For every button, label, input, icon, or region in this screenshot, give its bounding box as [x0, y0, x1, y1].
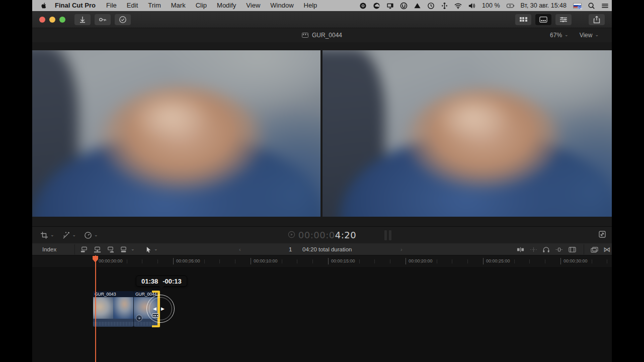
chevron-down-icon[interactable]: ⌄ [131, 243, 135, 255]
ruler-minor-tick [297, 259, 297, 263]
clip-film-icon [302, 33, 308, 38]
share-button[interactable] [589, 14, 605, 25]
menu-app-name[interactable]: Final Cut Pro [49, 0, 101, 11]
chevron-left-icon: ‹ [239, 246, 241, 252]
show-inspector-button[interactable] [555, 14, 572, 25]
trim-tool-toggle[interactable] [517, 243, 524, 255]
viewer-view-menu[interactable]: View ⌄ [580, 32, 599, 39]
clip-badge[interactable] [136, 315, 142, 321]
utorrent-icon[interactable] [397, 0, 411, 11]
record-circle-icon[interactable] [356, 0, 370, 11]
skimming-toggle[interactable] [530, 243, 537, 255]
ruler-minor-tick [390, 259, 390, 263]
toolbar-divider [584, 244, 584, 254]
viewer-zoom-menu[interactable]: 67% ⌄ [550, 32, 569, 39]
show-browser-button[interactable] [515, 14, 531, 25]
insert-edit-button[interactable] [94, 243, 101, 255]
connect-edit-icon [80, 246, 88, 253]
ruler-minor-tick [344, 259, 344, 263]
notification-center-icon[interactable] [598, 0, 612, 11]
show-timeline-button[interactable] [535, 14, 551, 25]
tooltip-duration: 01:38 [141, 278, 158, 285]
battery-percent[interactable]: 100 % [478, 0, 503, 11]
ruler-minor-tick [282, 259, 282, 263]
timeline-body[interactable]: GUR_0043 GUR_0044 [32, 267, 612, 362]
ruler-tick-label: 00:00:30:00 [564, 258, 588, 263]
download-arrow-icon [78, 16, 87, 24]
snapping-toggle[interactable] [569, 243, 576, 255]
playhead-pin[interactable] [93, 256, 98, 262]
tool-menu-button[interactable] [145, 243, 152, 255]
time-machine-icon[interactable] [424, 0, 438, 11]
tooltip-delta: -00:13 [163, 278, 182, 285]
chevron-down-icon[interactable]: ⌄ [154, 243, 158, 255]
timeline-clip-1[interactable]: GUR_0043 [93, 291, 133, 327]
clip-thumbnails [93, 297, 133, 319]
macos-menubar: Final Cut Pro FileEditTrimMarkClipModify… [32, 0, 612, 11]
ruler-tick-label: 00:00:15:00 [331, 258, 355, 263]
trim-icon [517, 246, 524, 253]
battery-icon[interactable] [504, 0, 517, 11]
ruler-tick-label: 00:00:20:00 [409, 258, 433, 263]
ruler-minor-tick [437, 259, 437, 263]
ruler-minor-tick [576, 259, 577, 263]
keyword-editor-button[interactable] [95, 14, 111, 25]
append-edit-button[interactable] [107, 243, 114, 255]
viewer-header: GUR_0044 67% ⌄ View ⌄ [32, 28, 612, 42]
trim-arrow-left-icon: ◀ [153, 306, 156, 311]
index-button[interactable]: Index [42, 243, 56, 255]
bowtie-button[interactable]: ⋈ [603, 243, 610, 255]
menu-clip[interactable]: Clip [191, 0, 212, 11]
spotlight-icon[interactable] [585, 0, 598, 11]
menu-help[interactable]: Help [299, 0, 323, 11]
audio-skimming-toggle[interactable] [542, 243, 550, 255]
timeline-history-button[interactable] [591, 243, 598, 255]
solo-toggle[interactable] [555, 243, 563, 255]
creative-cloud-icon[interactable] [370, 0, 383, 11]
next-sequence-button[interactable]: › [400, 243, 403, 255]
window-manager-icon[interactable] [438, 0, 451, 11]
apple-menu[interactable] [38, 2, 49, 10]
backup-triangle-icon[interactable] [411, 0, 424, 11]
menu-file[interactable]: File [101, 0, 122, 11]
ruler-major-tick [406, 258, 406, 264]
arrow-pointer-icon [145, 246, 152, 253]
ruler-tick-label: 00:00:00:00 [99, 258, 123, 263]
timecode-leading: 00:00:0 [298, 230, 335, 240]
timecode-display: 00:00:04:20 [32, 230, 612, 240]
previous-sequence-button[interactable]: ‹ [239, 243, 241, 255]
menu-trim[interactable]: Trim [143, 0, 166, 11]
close-window-button[interactable] [39, 17, 45, 23]
menu-mark[interactable]: Mark [166, 0, 191, 11]
overwrite-edit-button[interactable] [120, 243, 127, 255]
transport-bar: ⌄ ⌄ ⌄ 00:00:04:20 [32, 226, 612, 243]
viewer-clip-title: GUR_0044 [312, 32, 342, 39]
toolbar-divider [74, 244, 75, 254]
play-circle-icon [288, 230, 295, 240]
playhead-line[interactable] [95, 255, 96, 362]
background-tasks-button[interactable] [115, 14, 131, 25]
ruler-minor-tick [189, 259, 189, 263]
menu-window[interactable]: Window [265, 0, 298, 11]
zoom-window-button[interactable] [59, 17, 65, 23]
import-media-button[interactable] [74, 14, 91, 25]
wifi-icon[interactable] [451, 0, 465, 11]
menu-edit[interactable]: Edit [122, 0, 143, 11]
connect-edit-button[interactable] [80, 243, 88, 255]
trim-arrow-right-icon: ▶ [161, 306, 165, 311]
workspace-buttons [511, 14, 605, 25]
menu-items: FileEditTrimMarkClipModifyViewWindowHelp [101, 0, 322, 11]
trim-duration-tooltip: 01:38 -00:13 [136, 276, 187, 287]
input-language-flag[interactable]: РС [570, 0, 585, 11]
menu-modify[interactable]: Modify [212, 0, 241, 11]
volume-icon[interactable] [465, 0, 478, 11]
audio-meters[interactable] [384, 230, 391, 240]
minimize-window-button[interactable] [49, 17, 55, 23]
window-controls [39, 17, 65, 23]
edit-point[interactable] [133, 291, 134, 327]
display-icon[interactable] [383, 0, 397, 11]
menu-view[interactable]: View [241, 0, 265, 11]
fcp-toolbar [32, 11, 612, 28]
menubar-clock[interactable]: Вт, 30 авг. 15:48 [517, 0, 570, 11]
timeline-ruler[interactable]: 00:00:00:0000:00:05:0000:00:10:0000:00:1… [32, 255, 612, 267]
